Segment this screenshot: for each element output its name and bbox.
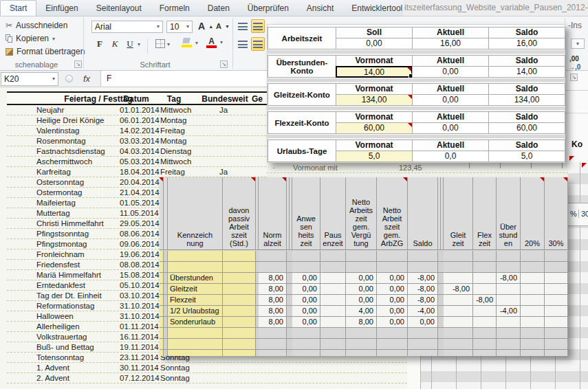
worklog-cell-anw[interactable]: 0,00 — [292, 317, 320, 328]
tab-einf-gen[interactable]: Einfügen — [36, 1, 87, 16]
worklog-cell-anw[interactable] — [292, 251, 320, 262]
worklog-cell-anw[interactable]: 0,00 — [292, 306, 320, 317]
worklog-cell-norm[interactable]: 8,00 — [259, 284, 287, 295]
worklog-cell-pause[interactable] — [320, 295, 346, 306]
clipboard-dialog-launcher-icon[interactable]: ↘ — [74, 60, 82, 68]
account-value-cell[interactable]: 14,00 — [488, 66, 565, 78]
worklog-cell-norm[interactable] — [259, 251, 287, 262]
worklog-cell-nverg[interactable]: 0,00 — [346, 273, 377, 284]
worklog-cell-flex[interactable] — [473, 273, 497, 284]
worklog-cell-flex[interactable] — [473, 306, 497, 317]
grow-font-button[interactable]: A▲ — [198, 21, 213, 32]
worklog-cell-p30[interactable] — [545, 284, 568, 295]
worklog-cell-davon[interactable] — [223, 317, 256, 328]
worklog-cell-anw[interactable] — [292, 328, 320, 339]
underline-button[interactable]: U — [124, 38, 136, 49]
worklog-cell-nverg[interactable] — [346, 251, 377, 262]
worklog-cell-saldo[interactable] — [408, 339, 438, 350]
worklog-cell-norm[interactable]: 8,00 — [259, 295, 287, 306]
account-value-cell[interactable]: 134,00 — [488, 94, 565, 106]
worklog-cell-flex[interactable] — [473, 317, 497, 328]
account-value-cell[interactable]: 16,00 — [488, 38, 565, 49]
tab-seitenlayout[interactable]: Seitenlayout — [87, 1, 151, 16]
worklog-cell-pause[interactable] — [320, 317, 346, 328]
tab-daten[interactable]: Daten — [199, 1, 239, 16]
worklog-cell-anw[interactable]: 0,00 — [292, 284, 320, 295]
worklog-cell-nverg[interactable]: 0,00 — [346, 295, 377, 306]
worklog-cell-saldo[interactable] — [408, 262, 438, 273]
worklog-cell-kenn[interactable] — [168, 328, 223, 339]
worklog-cell-saldo[interactable]: -4,00 — [408, 306, 438, 317]
worklog-cell-nverg[interactable] — [346, 328, 377, 339]
worklog-cell-saldo[interactable]: -8,00 — [408, 284, 438, 295]
worklog-cell-narbzg[interactable] — [377, 339, 408, 350]
worklog-cell-davon[interactable] — [223, 284, 256, 295]
worklog-cell-narbzg[interactable]: 0,00 — [377, 317, 408, 328]
worklog-cell-gleit[interactable] — [444, 328, 473, 339]
worklog-cell-gleit[interactable] — [444, 251, 473, 262]
worklog-cell-p20[interactable] — [521, 339, 545, 350]
worklog-cell-kenn[interactable]: 1/2 Urlaubstag — [168, 306, 223, 317]
tab--berpr-fen[interactable]: Überprüfen — [239, 1, 298, 16]
worklog-cell-norm[interactable] — [259, 262, 287, 273]
worklog-cell-narbzg[interactable] — [377, 251, 408, 262]
worklog-cell-kenn[interactable] — [168, 350, 223, 356]
decrease-decimal-icon[interactable]: →,0 — [568, 63, 580, 71]
worklog-cell-anw[interactable] — [292, 339, 320, 350]
worklog-cell-narbzg[interactable] — [377, 350, 408, 356]
font-color-button[interactable]: A ▾ — [206, 36, 223, 48]
account-value-cell[interactable]: 0,00 — [336, 38, 413, 49]
worklog-cell-kenn[interactable]: Gleitzeit — [168, 284, 223, 295]
worklog-cell-norm[interactable] — [259, 328, 287, 339]
number-dialog-launcher-icon[interactable]: ↘ — [570, 74, 578, 81]
worklog-cell-davon[interactable] — [223, 339, 256, 350]
worklog-cell-ueber[interactable] — [497, 251, 521, 262]
collapse-button-icon[interactable] — [65, 75, 73, 82]
worklog-cell-p30[interactable] — [545, 328, 568, 339]
align-center-button[interactable] — [251, 37, 265, 51]
worklog-cell-saldo[interactable]: -8,00 — [408, 295, 438, 306]
account-value-cell[interactable]: 0,0 — [412, 151, 489, 162]
worklog-cell-saldo[interactable]: 0,00 — [408, 317, 438, 328]
worklog-cell-davon[interactable] — [223, 251, 256, 262]
worklog-cell-davon[interactable] — [223, 262, 256, 273]
worklog-cell-norm[interactable] — [259, 350, 287, 356]
worklog-cell-anw[interactable]: 0,00 — [292, 295, 320, 306]
bold-button[interactable]: F — [94, 38, 106, 49]
worklog-cell-ueber[interactable] — [497, 317, 521, 328]
holiday-row[interactable]: 2. Advent07.12.2014Sonntag — [7, 373, 407, 384]
worklog-cell-p30[interactable] — [545, 251, 568, 262]
worklog-cell-ueber[interactable]: -4,00 — [497, 306, 521, 317]
worklog-cell-ueber[interactable] — [497, 262, 521, 273]
worklog-cell-p30[interactable] — [545, 317, 568, 328]
font-size-select[interactable]: 10 ▾ — [166, 21, 193, 33]
worklog-cell-davon[interactable] — [223, 350, 256, 356]
worklog-cell-p20[interactable] — [521, 317, 545, 328]
number-format-dropdown[interactable]: ▾ — [571, 38, 585, 49]
account-value-cell[interactable]: 60,00 — [488, 122, 565, 134]
font-name-select[interactable]: Arial ▾ — [91, 21, 163, 33]
worklog-cell-nverg[interactable]: 4,00 — [346, 306, 377, 317]
worklog-cell-p30[interactable] — [545, 295, 568, 306]
worklog-cell-gleit[interactable] — [444, 273, 473, 284]
account-value-cell[interactable]: 134,00 — [336, 94, 413, 106]
account-value-cell[interactable]: 5,0 — [488, 151, 565, 162]
worklog-cell-gleit[interactable] — [444, 262, 473, 273]
worklog-cell-narbzg[interactable] — [377, 328, 408, 339]
borders-dropdown-icon[interactable]: ▾ — [167, 41, 170, 47]
worklog-cell-saldo[interactable] — [408, 350, 438, 356]
worklog-cell-davon[interactable] — [223, 273, 256, 284]
account-value-cell[interactable]: 0,00 — [412, 66, 489, 78]
worklog-cell-flex[interactable] — [473, 328, 497, 339]
worklog-cell-flex[interactable] — [473, 251, 497, 262]
worklog-cell-pause[interactable] — [320, 262, 346, 273]
account-value-cell[interactable]: 5,0 — [336, 151, 413, 162]
worklog-cell-nverg[interactable]: 8,00 — [346, 317, 377, 328]
worklog-cell-norm[interactable] — [259, 339, 287, 350]
worklog-cell-p30[interactable] — [545, 262, 568, 273]
worklog-cell-nverg[interactable]: 0,00 — [346, 284, 377, 295]
worklog-cell-narbzg[interactable]: 0,00 — [377, 306, 408, 317]
worklog-cell-p20[interactable] — [521, 284, 545, 295]
worklog-cell-narbzg[interactable] — [377, 262, 408, 273]
borders-icon[interactable] — [155, 39, 165, 48]
